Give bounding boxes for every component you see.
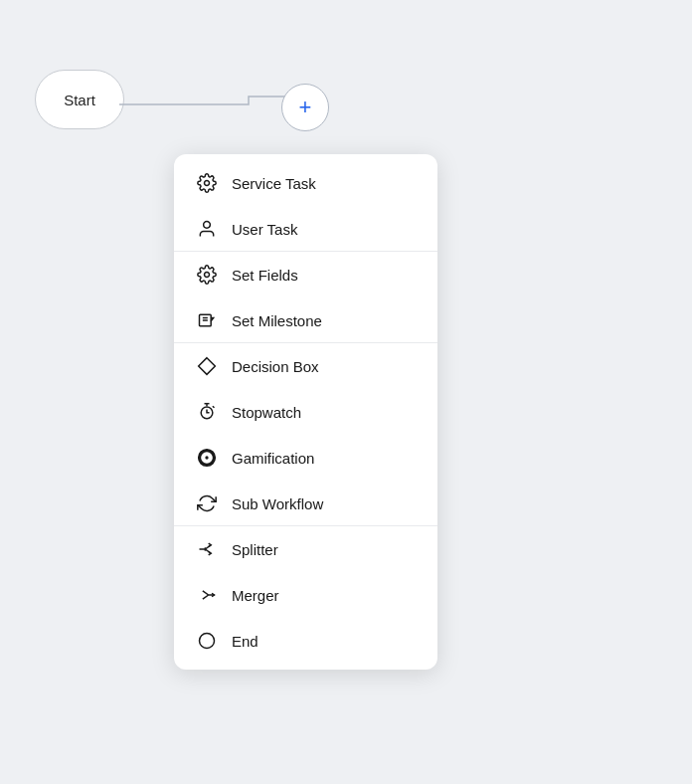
svg-line-18 [203,591,209,595]
svg-point-0 [205,181,210,186]
menu-item-user-task[interactable]: User Task [174,206,437,252]
menu-item-label: Decision Box [232,358,319,375]
svg-line-10 [213,406,215,408]
menu-item-label: Splitter [232,541,278,558]
menu-item-label: Stopwatch [232,404,301,421]
start-label: Start [64,92,95,108]
menu-item-label: Set Milestone [232,312,322,329]
diamond-icon [196,355,218,377]
menu-item-splitter[interactable]: Splitter [174,526,437,572]
end-circle-icon [196,630,218,652]
add-node-button[interactable]: + [281,84,329,131]
svg-point-2 [205,273,210,278]
milestone-icon [196,309,218,331]
menu-item-label: End [232,633,259,650]
node-type-dropdown: Service Task User Task Set Fields [174,154,437,670]
gamification-icon [196,447,218,469]
gear-icon [196,172,218,194]
svg-point-13 [205,456,208,459]
menu-item-label: User Task [232,221,297,238]
menu-item-label: Set Fields [232,267,298,284]
menu-item-merger[interactable]: Merger [174,572,437,618]
menu-item-label: Sub Workflow [232,495,323,512]
merger-icon [196,584,218,606]
menu-item-service-task[interactable]: Service Task [174,160,437,206]
menu-item-label: Merger [232,587,279,604]
person-icon [196,218,218,240]
refresh-icon [196,492,218,514]
start-node[interactable]: Start [30,65,129,134]
stopwatch-icon [196,401,218,423]
svg-line-19 [203,595,209,599]
menu-item-stopwatch[interactable]: Stopwatch [174,389,437,435]
svg-point-21 [200,634,215,649]
svg-marker-6 [199,358,216,375]
canvas-area: Start + Service Task [0,0,692,784]
menu-item-end[interactable]: End [174,618,437,664]
splitter-icon [196,538,218,560]
start-circle[interactable]: Start [35,70,124,129]
plus-icon: + [299,95,312,120]
connector-line [119,95,298,114]
menu-item-decision-box[interactable]: Decision Box [174,343,437,389]
menu-item-gamification[interactable]: Gamification [174,435,437,481]
menu-item-label: Gamification [232,450,314,467]
menu-item-sub-workflow[interactable]: Sub Workflow [174,481,437,526]
menu-item-label: Service Task [232,175,316,192]
svg-point-1 [204,222,211,229]
menu-item-set-milestone[interactable]: Set Milestone [174,297,437,343]
menu-item-set-fields[interactable]: Set Fields [174,252,437,297]
gear-small-icon [196,264,218,286]
